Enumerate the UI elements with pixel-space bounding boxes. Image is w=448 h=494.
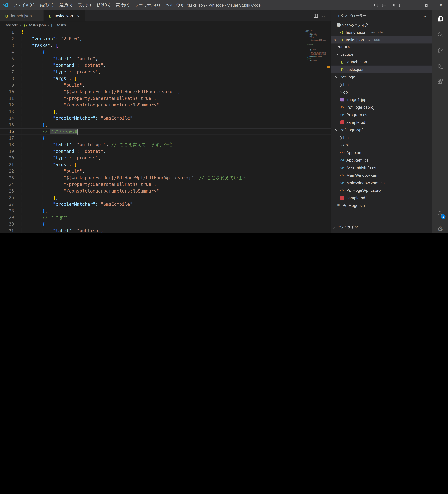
line-number[interactable]: 16 bbox=[0, 128, 14, 135]
menu-item[interactable]: 編集(E) bbox=[37, 0, 56, 10]
code-line[interactable]: 16 // ここから追加 bbox=[0, 128, 331, 135]
tree-file-MainWindow.xaml[interactable]: </>MainWindow.xaml bbox=[331, 172, 432, 179]
tree-file-MainWindow.xaml.cs[interactable]: C#MainWindow.xaml.cs bbox=[331, 179, 432, 186]
line-number[interactable]: 2 bbox=[0, 36, 14, 42]
explorer-icon[interactable] bbox=[433, 11, 448, 27]
outline-section-header[interactable]: アウトライン bbox=[331, 223, 432, 231]
code-line[interactable]: 22 "build", bbox=[0, 168, 331, 174]
project-section-header[interactable]: PDFHOGE bbox=[331, 43, 432, 50]
tree-folder-PdfHoge[interactable]: PdfHoge bbox=[331, 73, 432, 81]
line-number[interactable]: 29 bbox=[0, 214, 14, 221]
tree-folder-.vscode[interactable]: .vscode bbox=[331, 50, 432, 58]
tree-folder-obj[interactable]: obj bbox=[331, 88, 432, 96]
tab-launch.json[interactable]: {}launch.json bbox=[0, 10, 44, 21]
menu-item[interactable]: 選択(S) bbox=[56, 0, 75, 10]
toggle-panel-icon[interactable] bbox=[380, 0, 388, 10]
tree-file-App.xaml.cs[interactable]: C#App.xaml.cs bbox=[331, 156, 432, 164]
line-number[interactable]: 13 bbox=[0, 108, 14, 115]
code-line[interactable]: 31 "label": "publish", bbox=[0, 227, 331, 233]
line-number[interactable]: 17 bbox=[0, 135, 14, 141]
tree-file-launch.json[interactable]: {}launch.json bbox=[331, 58, 432, 66]
line-number[interactable]: 8 bbox=[0, 75, 14, 82]
open-editor-launch.json[interactable]: {}launch.json.vscode bbox=[331, 28, 432, 36]
line-number[interactable]: 27 bbox=[0, 201, 14, 208]
line-number[interactable]: 31 bbox=[0, 227, 14, 233]
code-line[interactable]: 6 "command": "dotnet", bbox=[0, 62, 331, 69]
tree-file-image1.jpg[interactable]: image1.jpg bbox=[331, 96, 432, 103]
line-number[interactable]: 3 bbox=[0, 42, 14, 49]
code-editor[interactable]: 1{2 "version": "2.0.0",3 "tasks": [4 {5 … bbox=[0, 29, 331, 233]
tree-file-App.xaml[interactable]: </>App.xaml bbox=[331, 149, 432, 156]
tab-tasks.json[interactable]: {}tasks.json× bbox=[44, 10, 85, 21]
timeline-section-header[interactable]: タイムライン bbox=[331, 231, 432, 233]
line-number[interactable]: 28 bbox=[0, 208, 14, 214]
code-line[interactable]: 7 "type": "process", bbox=[0, 69, 331, 75]
code-line[interactable]: 13 ], bbox=[0, 108, 331, 115]
menu-item[interactable]: 実行(R) bbox=[113, 0, 132, 10]
line-number[interactable]: 4 bbox=[0, 49, 14, 55]
line-number[interactable]: 5 bbox=[0, 55, 14, 62]
line-number[interactable]: 24 bbox=[0, 181, 14, 188]
code-line[interactable]: 20 "type": "process", bbox=[0, 155, 331, 161]
toggle-secondary-sidebar-icon[interactable] bbox=[388, 0, 397, 10]
code-line[interactable]: 8 "args": [ bbox=[0, 75, 331, 82]
breadcrumb-item[interactable]: .vscode bbox=[5, 23, 18, 27]
search-icon[interactable] bbox=[433, 27, 448, 43]
source-control-icon[interactable] bbox=[433, 43, 448, 58]
tree-file-tasks.json[interactable]: {}tasks.json bbox=[331, 66, 432, 73]
code-line[interactable]: 11 "/property:GenerateFullPaths=true", bbox=[0, 95, 331, 102]
menu-item[interactable]: ターミナル(T) bbox=[132, 0, 163, 10]
tree-folder-PdfHogeWpf[interactable]: PdfHogeWpf bbox=[331, 126, 432, 134]
code-line[interactable]: 23 "${workspaceFolder}/PdfHogeWpf/PdfHog… bbox=[0, 174, 331, 181]
restore-button[interactable] bbox=[420, 0, 434, 10]
menu-item[interactable]: ファイル(F) bbox=[11, 0, 37, 10]
tree-file-PdfHoge.sln[interactable]: ≡PdfHoge.sln bbox=[331, 202, 432, 209]
line-number[interactable]: 11 bbox=[0, 95, 14, 102]
close-icon[interactable]: × bbox=[75, 13, 81, 19]
breadcrumb-item[interactable]: [ ]tasks bbox=[50, 23, 66, 28]
line-number[interactable]: 12 bbox=[0, 102, 14, 108]
line-number[interactable]: 1 bbox=[0, 29, 14, 36]
line-number[interactable]: 14 bbox=[0, 115, 14, 122]
code-line[interactable]: 27 "problemMatcher": "$msCompile" bbox=[0, 201, 331, 208]
line-number[interactable]: 19 bbox=[0, 148, 14, 155]
sidebar-more-icon[interactable]: ⋯ bbox=[424, 13, 428, 18]
close-button[interactable]: × bbox=[434, 0, 448, 10]
tree-file-sample.pdf[interactable]: sample.pdf bbox=[331, 119, 432, 126]
breadcrumb-item[interactable]: {}tasks.json bbox=[22, 23, 46, 28]
line-number[interactable]: 20 bbox=[0, 155, 14, 161]
tree-folder-obj[interactable]: obj bbox=[331, 141, 432, 149]
run-debug-icon[interactable] bbox=[433, 58, 448, 74]
code-line[interactable]: 17 { bbox=[0, 135, 331, 141]
tree-file-Program.cs[interactable]: C#Program.cs bbox=[331, 111, 432, 119]
line-number[interactable]: 25 bbox=[0, 188, 14, 194]
settings-gear-icon[interactable]: ⚙ bbox=[433, 221, 448, 233]
line-number[interactable]: 18 bbox=[0, 141, 14, 148]
code-line[interactable]: 5 "label": "build", bbox=[0, 55, 331, 62]
code-line[interactable]: 14 "problemMatcher": "$msCompile" bbox=[0, 115, 331, 122]
code-line[interactable]: 12 "/consoleloggerparameters:NoSummary" bbox=[0, 102, 331, 108]
extensions-icon[interactable] bbox=[433, 74, 448, 90]
customize-layout-icon[interactable] bbox=[397, 0, 406, 10]
toggle-primary-sidebar-icon[interactable] bbox=[372, 0, 380, 10]
code-line[interactable]: 9 "build", bbox=[0, 82, 331, 88]
code-line[interactable]: 19 "command": "dotnet", bbox=[0, 148, 331, 155]
tree-folder-bin[interactable]: bin bbox=[331, 134, 432, 141]
code-line[interactable]: 15 }, bbox=[0, 122, 331, 128]
line-number[interactable]: 23 bbox=[0, 174, 14, 181]
minimap[interactable]: { "version": "2.0.0", "tasks": [ { "labe… bbox=[303, 29, 326, 233]
code-line[interactable]: 10 "${workspaceFolder}/PdfHoge/PdfHoge.c… bbox=[0, 88, 331, 95]
account-icon[interactable]: 1 bbox=[433, 205, 448, 221]
line-number[interactable]: 15 bbox=[0, 122, 14, 128]
editor-more-actions-icon[interactable]: ⋯ bbox=[322, 13, 327, 19]
menu-item[interactable]: 表示(V) bbox=[75, 0, 94, 10]
code-line[interactable]: 29 // ここまで bbox=[0, 214, 331, 221]
line-number[interactable]: 30 bbox=[0, 221, 14, 227]
line-number[interactable]: 10 bbox=[0, 88, 14, 95]
line-number[interactable]: 22 bbox=[0, 168, 14, 174]
tree-file-sample.pdf[interactable]: sample.pdf bbox=[331, 194, 432, 202]
menu-item[interactable]: 移動(G) bbox=[94, 0, 113, 10]
minimize-button[interactable]: ─ bbox=[406, 0, 420, 10]
line-number[interactable]: 26 bbox=[0, 194, 14, 201]
code-line[interactable]: 30 { bbox=[0, 221, 331, 227]
